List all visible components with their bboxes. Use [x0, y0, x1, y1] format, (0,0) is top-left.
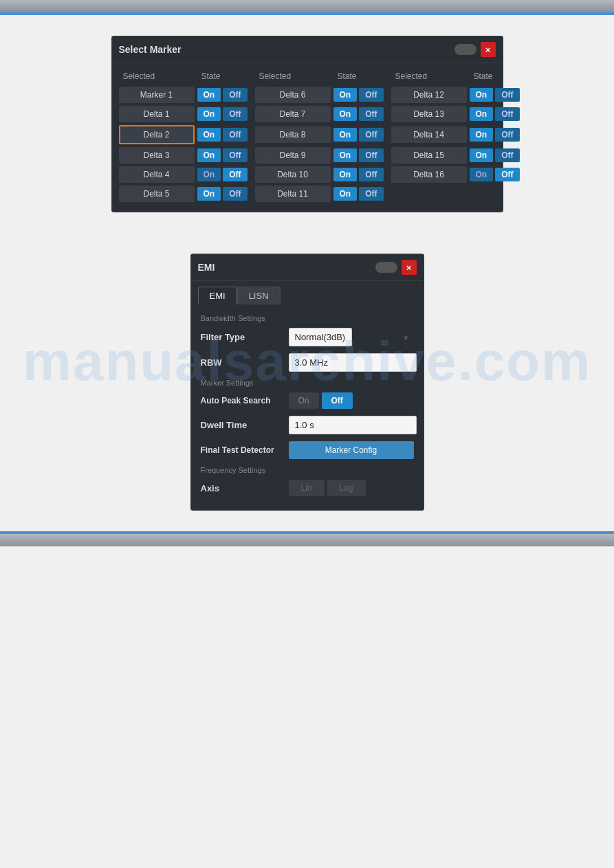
- select-marker-titlebar: Select Marker ×: [112, 36, 503, 63]
- delta3-on-btn[interactable]: On: [197, 148, 221, 162]
- delta12-off-btn[interactable]: Off: [495, 88, 519, 102]
- marker-state-delta6: On Off: [333, 88, 388, 102]
- delta5-off-btn[interactable]: Off: [223, 187, 247, 201]
- titlebar-right: ×: [454, 42, 496, 57]
- marker-state-delta2: On Off: [197, 128, 252, 142]
- delta10-on-btn[interactable]: On: [333, 168, 358, 181]
- delta2-on-btn[interactable]: On: [197, 128, 221, 142]
- marker-table: Selected State Selected State Selected S…: [112, 63, 503, 212]
- bandwidth-settings-label: Bandwidth Settings: [201, 314, 414, 322]
- delta9-off-btn[interactable]: Off: [359, 148, 383, 162]
- marker-header-row: Selected State Selected State Selected S…: [119, 70, 496, 82]
- delta14-off-btn[interactable]: Off: [495, 128, 519, 142]
- marker1-off-btn[interactable]: Off: [223, 88, 247, 102]
- select-marker-close-button[interactable]: ×: [481, 42, 496, 57]
- delta15-off-btn[interactable]: Off: [495, 148, 519, 162]
- delta8-off-btn[interactable]: Off: [359, 128, 383, 142]
- filter-type-row: Filter Type Normal(3dB) Gaussian Flat To…: [201, 328, 414, 346]
- marker-state-delta4: On Off: [197, 168, 252, 181]
- delta13-on-btn[interactable]: On: [470, 107, 494, 121]
- marker-state-delta12: On Off: [470, 88, 525, 102]
- rbw-input[interactable]: [289, 353, 417, 372]
- axis-lin-btn[interactable]: Lin: [289, 480, 325, 496]
- delta3-off-btn[interactable]: Off: [223, 148, 247, 162]
- marker-state-delta16: On Off: [470, 168, 525, 181]
- marker-row-3: Delta 3 On Off Delta 9 On Off Delta 15 O…: [119, 147, 496, 164]
- final-test-detector-row: Final Test Detector Marker Config: [201, 441, 414, 459]
- header-state-1: State: [199, 70, 254, 82]
- marker-state-delta8: On Off: [333, 128, 388, 142]
- marker-name-delta8[interactable]: Delta 8: [255, 126, 331, 143]
- bottom-bar: [0, 534, 614, 546]
- delta12-on-btn[interactable]: On: [470, 88, 494, 102]
- auto-peak-off-btn[interactable]: Off: [322, 392, 353, 409]
- delta11-off-btn[interactable]: Off: [359, 187, 383, 201]
- delta2-off-btn[interactable]: Off: [223, 128, 247, 142]
- dwell-time-label: Dwell Time: [201, 420, 283, 430]
- marker-name-delta12[interactable]: Delta 12: [391, 87, 467, 103]
- delta10-off-btn[interactable]: Off: [359, 168, 383, 181]
- marker-name-delta4[interactable]: Delta 4: [119, 166, 195, 183]
- delta16-on-btn[interactable]: On: [470, 168, 494, 181]
- delta11-on-btn[interactable]: On: [333, 187, 358, 201]
- delta1-on-btn[interactable]: On: [197, 107, 221, 121]
- marker-state-delta10: On Off: [333, 168, 388, 181]
- marker-state-delta9: On Off: [333, 148, 388, 162]
- emi-close-button[interactable]: ×: [402, 260, 417, 275]
- axis-label: Axis: [201, 483, 283, 493]
- marker-name-delta3[interactable]: Delta 3: [119, 147, 195, 164]
- filter-type-select-wrapper: Normal(3dB) Gaussian Flat Top: [289, 328, 414, 346]
- delta5-on-btn[interactable]: On: [197, 187, 221, 201]
- marker-state-delta13: On Off: [470, 107, 525, 121]
- delta6-on-btn[interactable]: On: [333, 88, 358, 102]
- marker-state-delta1: On Off: [197, 107, 252, 121]
- header-selected-3: Selected: [393, 70, 468, 82]
- marker-name-delta13[interactable]: Delta 13: [391, 106, 467, 122]
- marker-name-delta9[interactable]: Delta 9: [255, 147, 331, 164]
- delta7-on-btn[interactable]: On: [333, 107, 358, 121]
- delta4-off-btn[interactable]: Off: [223, 168, 247, 181]
- delta4-on-btn[interactable]: On: [197, 168, 221, 181]
- filter-type-select[interactable]: Normal(3dB) Gaussian Flat Top: [289, 328, 352, 346]
- marker-config-button[interactable]: Marker Config: [289, 441, 414, 459]
- delta16-off-btn[interactable]: Off: [495, 168, 519, 181]
- marker-state-delta11: On Off: [333, 187, 388, 201]
- delta6-off-btn[interactable]: Off: [359, 88, 383, 102]
- delta14-on-btn[interactable]: On: [470, 128, 494, 142]
- marker-name-delta14[interactable]: Delta 14: [391, 126, 467, 143]
- select-marker-title: Select Marker: [119, 44, 182, 55]
- marker-row-2: Delta 2 On Off Delta 8 On Off Delta 14 O…: [119, 125, 496, 144]
- emi-tabs: EMI LISN: [191, 281, 424, 304]
- rbw-row: RBW: [201, 353, 414, 372]
- marker1-on-btn[interactable]: On: [197, 88, 221, 102]
- marker-name-delta7[interactable]: Delta 7: [255, 106, 331, 122]
- delta7-off-btn[interactable]: Off: [359, 107, 383, 121]
- marker-name-delta10[interactable]: Delta 10: [255, 166, 331, 183]
- axis-toggle: Lin Log: [289, 480, 366, 496]
- auto-peak-on-btn[interactable]: On: [289, 392, 319, 409]
- marker-name-delta6[interactable]: Delta 6: [255, 87, 331, 103]
- tab-emi[interactable]: EMI: [198, 287, 237, 304]
- marker-name-delta15[interactable]: Delta 15: [391, 147, 467, 164]
- delta8-on-btn[interactable]: On: [333, 128, 358, 142]
- emi-title: EMI: [198, 262, 215, 273]
- marker-name-delta5[interactable]: Delta 5: [119, 186, 195, 202]
- marker-name-delta2[interactable]: Delta 2: [119, 125, 195, 144]
- tab-lisn[interactable]: LISN: [237, 287, 281, 304]
- header-state-2: State: [335, 70, 390, 82]
- marker-name-marker1[interactable]: Marker 1: [119, 87, 195, 103]
- delta13-off-btn[interactable]: Off: [495, 107, 519, 121]
- marker-settings-label: Marker Settings: [201, 379, 414, 387]
- top-bar: [0, 0, 614, 12]
- dwell-time-input[interactable]: [289, 416, 417, 434]
- axis-log-btn[interactable]: Log: [327, 480, 366, 496]
- marker-name-delta1[interactable]: Delta 1: [119, 106, 195, 122]
- marker-state-marker1: On Off: [197, 88, 252, 102]
- marker-name-delta16[interactable]: Delta 16: [391, 166, 467, 183]
- marker-row-1: Delta 1 On Off Delta 7 On Off Delta 13 O…: [119, 106, 496, 122]
- delta9-on-btn[interactable]: On: [333, 148, 358, 162]
- delta15-on-btn[interactable]: On: [470, 148, 494, 162]
- marker-name-delta11[interactable]: Delta 11: [255, 186, 331, 202]
- delta1-off-btn[interactable]: Off: [223, 107, 247, 121]
- auto-peak-search-row: Auto Peak Search On Off: [201, 392, 414, 409]
